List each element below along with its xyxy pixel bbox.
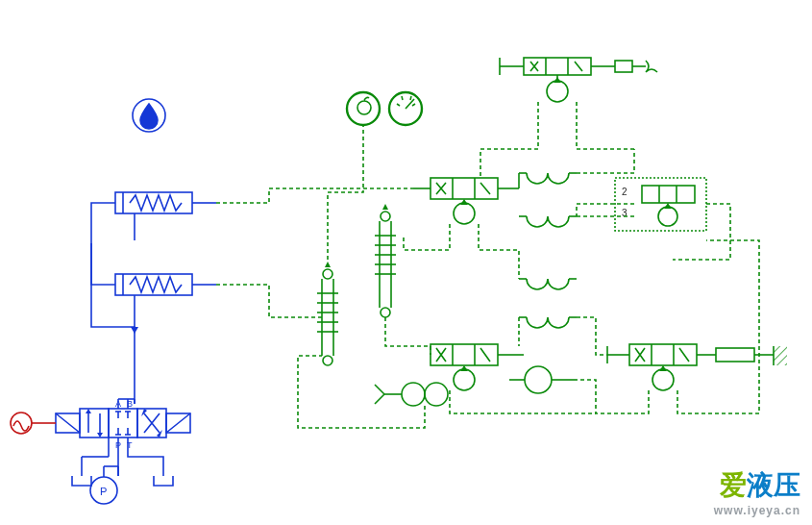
hydraulic-fluid-icon: [133, 99, 165, 132]
svg-point-116: [425, 383, 448, 406]
svg-line-49: [397, 104, 400, 106]
schematic-canvas: A B P T P: [0, 0, 812, 525]
svg-line-51: [410, 96, 411, 100]
svg-line-30: [56, 413, 80, 433]
filter-stack-1: [375, 204, 396, 317]
svg-rect-126: [716, 348, 754, 362]
pump-symbol-4: [519, 317, 577, 328]
port-2-label: 2: [622, 187, 627, 197]
cylinder-2: [115, 274, 216, 295]
dashed-bus: [216, 125, 634, 355]
directional-valve-4-3: A B P T: [56, 399, 190, 450]
svg-line-32: [166, 413, 190, 433]
pump-symbol-3: [519, 279, 577, 289]
gauge-stamp-icon: [389, 92, 422, 125]
watermark-brand-2: 液压: [747, 470, 800, 500]
svg-line-119: [375, 394, 384, 404]
svg-rect-10: [80, 409, 109, 438]
svg-rect-73: [642, 186, 695, 203]
svg-marker-124: [659, 365, 667, 371]
watermark-url: www.iyeya.cn: [714, 504, 800, 517]
svg-point-94: [381, 308, 390, 317]
valve-module-top: [480, 58, 657, 178]
svg-point-46: [347, 92, 380, 125]
valve-module-bottom-right: [577, 240, 787, 413]
svg-line-48: [406, 99, 414, 109]
svg-marker-105: [325, 262, 331, 267]
svg-point-123: [652, 369, 674, 390]
apple-stamp-icon: [347, 92, 380, 125]
svg-text:P: P: [100, 486, 107, 497]
svg-marker-95: [382, 204, 388, 210]
svg-point-115: [402, 383, 425, 406]
svg-point-109: [454, 369, 475, 390]
valve-module-right: 2 3: [577, 178, 730, 260]
svg-point-76: [658, 207, 677, 226]
svg-marker-82: [460, 199, 468, 205]
svg-point-112: [525, 366, 552, 393]
watermark-brand-1: 爱: [720, 470, 747, 500]
svg-point-44: [11, 412, 32, 434]
cylinder-1: [115, 192, 216, 213]
svg-rect-2: [115, 192, 192, 213]
svg-marker-110: [460, 365, 468, 371]
svg-point-103: [323, 269, 332, 279]
watermark: 爱液压 www.iyeya.cn: [714, 467, 800, 517]
valve-module-bottom: [431, 344, 577, 393]
svg-marker-77: [664, 203, 672, 209]
svg-rect-60: [615, 61, 632, 72]
svg-point-56: [547, 81, 568, 102]
svg-rect-11: [109, 409, 137, 438]
svg-rect-129: [774, 346, 787, 365]
pump-symbol-1: [519, 173, 577, 184]
pneumatic-circuit: 2 3: [216, 58, 787, 428]
twin-pump-bottom: [298, 356, 596, 428]
svg-line-52: [412, 104, 415, 106]
hydraulic-circuit: A B P T P: [11, 99, 216, 504]
svg-point-104: [323, 356, 332, 365]
filter-stack-2: [317, 262, 338, 365]
valve-module-mid: [404, 173, 519, 279]
pressure-source: P: [90, 466, 118, 504]
svg-line-118: [375, 385, 384, 394]
svg-point-81: [454, 203, 475, 224]
svg-marker-9: [131, 327, 138, 334]
signal-source: [11, 412, 56, 434]
svg-point-93: [381, 212, 390, 221]
svg-line-50: [402, 96, 403, 100]
pump-symbol-2: [519, 216, 577, 227]
